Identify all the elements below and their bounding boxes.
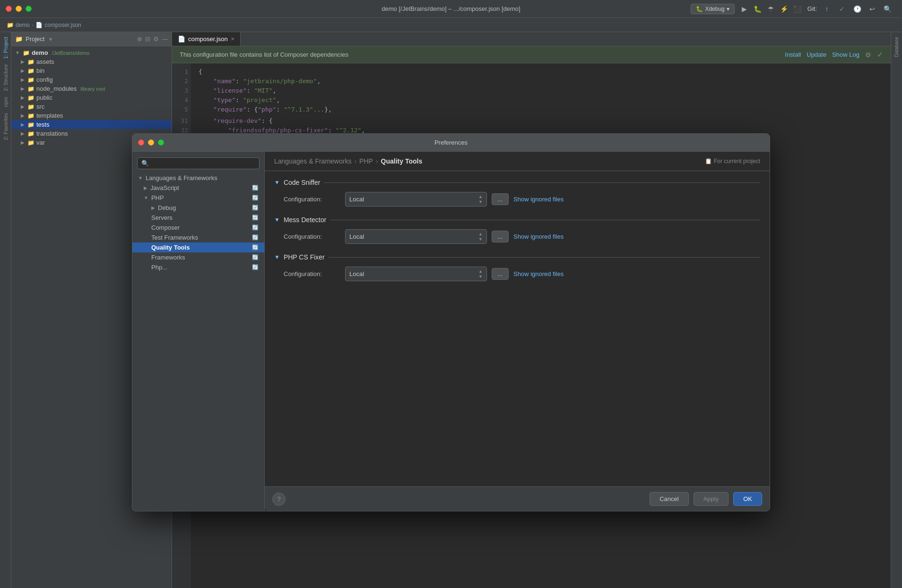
settings-icon[interactable]: ⚙ (153, 35, 159, 43)
dlg-item-label: Servers (151, 214, 173, 221)
sidebar-item-npm[interactable]: npm (2, 95, 9, 109)
breadcrumb: 📁 demo › 📄 composer.json (0, 18, 902, 32)
mess-detector-browse-button[interactable]: ... (492, 231, 509, 242)
dialog-close-button[interactable] (138, 139, 144, 146)
dlg-item-frameworks[interactable]: Frameworks 🔄 (132, 252, 264, 262)
code-sniffer-config-row: Configuration: Local ▲▼ ... Show ignored… (274, 192, 760, 207)
sync-icon: 🔄 (252, 234, 259, 241)
xdebug-button[interactable]: 🐛 Xdebug ▾ (691, 4, 734, 14)
sidebar-item-favorites[interactable]: 2: Favorites (2, 111, 9, 142)
hide-panel-icon[interactable]: — (162, 35, 168, 43)
tree-item-tests[interactable]: ▶ 📁 tests (11, 120, 172, 129)
breadcrumb-project[interactable]: 📁 demo (7, 22, 30, 28)
dlg-item-servers[interactable]: Servers 🔄 (132, 213, 264, 223)
preferences-search-input[interactable] (151, 160, 255, 167)
preferences-search[interactable]: 🔍 (137, 157, 260, 169)
tree-root[interactable]: ▼ 📁 demo /JetBrains/demo (11, 48, 172, 57)
dialog-main-content: ▼ Code Sniffer Configuration: Local ▲▼ (265, 171, 770, 486)
dlg-item-quality-tools[interactable]: Quality Tools 🔄 (132, 242, 264, 252)
dialog-min-button[interactable] (148, 139, 154, 146)
code-sniffer-toggle[interactable]: ▼ (274, 179, 280, 186)
breadcrumb-part1: Languages & Frameworks (274, 157, 351, 165)
run-file-button[interactable]: ⚡ (779, 4, 789, 14)
window-controls[interactable] (6, 6, 32, 12)
project-header-actions[interactable]: ⊕ ⊟ ⚙ — (137, 35, 168, 43)
project-title: Project (26, 35, 44, 43)
dlg-item-javascript[interactable]: ▶ JavaScript 🔄 (132, 183, 264, 193)
search-button[interactable]: 🔍 (882, 4, 893, 14)
sync-icon: 🔄 (252, 254, 259, 260)
php-cs-fixer-show-ignored-link[interactable]: Show ignored files (513, 270, 564, 277)
dialog-window-controls[interactable] (138, 139, 164, 146)
debug-button[interactable]: 🐛 (753, 4, 763, 14)
code-sniffer-show-ignored-link[interactable]: Show ignored files (513, 196, 564, 203)
breadcrumb-file[interactable]: 📄 composer.json (35, 22, 81, 28)
preferences-dialog[interactable]: Preferences 🔍 ▼ Languages & Frameworks ▶… (132, 133, 770, 511)
run-button[interactable]: ▶ (739, 4, 750, 14)
for-project-label: 📋 For current project (705, 158, 760, 164)
dlg-item-languages-frameworks[interactable]: ▼ Languages & Frameworks (132, 173, 264, 183)
git-update-button[interactable]: ↑ (822, 4, 832, 14)
dialog-max-button[interactable] (158, 139, 164, 146)
php-cs-fixer-browse-button[interactable]: ... (492, 268, 509, 280)
php-cs-fixer-config-label: Configuration: (284, 270, 340, 277)
tree-item-src[interactable]: ▶ 📁 src (11, 102, 172, 111)
sync-icon: 🔄 (252, 225, 259, 231)
breadcrumb-sep1: › (354, 157, 356, 165)
tree-item-templates[interactable]: ▶ 📁 templates (11, 111, 172, 120)
tree-item-public[interactable]: ▶ 📁 public (11, 93, 172, 102)
project-header: 📁 Project ▾ ⊕ ⊟ ⚙ — (11, 32, 172, 46)
title-bar: demo [/JetBrains/demo] – .../composer.js… (0, 0, 902, 18)
dlg-item-php[interactable]: ▼ PHP 🔄 (132, 193, 264, 203)
git-history-button[interactable]: 🕐 (852, 4, 862, 14)
tab-close-icon[interactable]: ✕ (231, 36, 234, 42)
project-scope-icon: 📋 (705, 158, 712, 164)
show-log-link[interactable]: Show Log (832, 51, 859, 58)
php-cs-fixer-toggle[interactable]: ▼ (274, 254, 280, 260)
dlg-item-debug[interactable]: ▶ Debug 🔄 (132, 203, 264, 213)
stop-button[interactable]: ⬛ (792, 4, 803, 14)
dialog-breadcrumb: Languages & Frameworks › PHP › Quality T… (274, 157, 422, 165)
dlg-item-test-frameworks[interactable]: Test Frameworks 🔄 (132, 233, 264, 242)
tree-item-assets[interactable]: ▶ 📁 assets (11, 57, 172, 66)
dlg-item-php-sub[interactable]: Php... 🔄 (132, 262, 264, 272)
tree-item-node-modules[interactable]: ▶ 📁 node_modules library root (11, 84, 172, 93)
coverage-button[interactable]: ☂ (766, 4, 776, 14)
cancel-button[interactable]: Cancel (650, 492, 688, 506)
dlg-item-composer[interactable]: Composer 🔄 (132, 223, 264, 233)
tree-item-bin[interactable]: ▶ 📁 bin (11, 66, 172, 75)
minimize-button[interactable] (16, 6, 22, 12)
help-button[interactable]: ? (272, 493, 286, 506)
mess-detector-show-ignored-link[interactable]: Show ignored files (513, 233, 564, 240)
collapse-all-icon[interactable]: ⊟ (145, 35, 150, 43)
sidebar-item-project[interactable]: 1: Project (2, 35, 9, 61)
xdebug-icon: 🐛 (696, 6, 703, 12)
install-link[interactable]: Install (785, 51, 801, 58)
update-link[interactable]: Update (807, 51, 826, 58)
code-sniffer-browse-button[interactable]: ... (492, 193, 509, 205)
dialog-content-header: Languages & Frameworks › PHP › Quality T… (265, 152, 770, 171)
php-cs-fixer-divider (329, 257, 760, 258)
tree-item-config[interactable]: ▶ 📁 config (11, 75, 172, 84)
git-commit-button[interactable]: ✓ (837, 4, 847, 14)
locate-file-icon[interactable]: ⊕ (137, 35, 142, 43)
maximize-button[interactable] (26, 6, 32, 12)
dlg-item-label: Php... (151, 264, 167, 271)
database-panel-icon[interactable]: Database (893, 35, 900, 59)
close-button[interactable] (6, 6, 12, 12)
tab-composer-json[interactable]: 📄 composer.json ✕ (172, 32, 241, 46)
mess-detector-toggle[interactable]: ▼ (274, 216, 280, 223)
ok-button[interactable]: OK (733, 492, 762, 506)
composer-settings-icon[interactable]: ⚙ (865, 51, 871, 59)
apply-button[interactable]: Apply (694, 492, 729, 506)
sync-icon: 🔄 (252, 244, 259, 251)
window-title: demo [/JetBrains/demo] – .../composer.js… (382, 5, 520, 12)
mess-detector-header: ▼ Mess Detector (274, 216, 760, 224)
mess-detector-config-select[interactable]: Local ▲▼ (345, 229, 487, 244)
select-arrow-icon: ▲▼ (478, 269, 483, 279)
sidebar-item-structure[interactable]: 2: Structure (2, 62, 9, 93)
git-undo-button[interactable]: ↩ (867, 4, 877, 14)
php-cs-fixer-config-select[interactable]: Local ▲▼ (345, 267, 487, 281)
code-sniffer-config-label: Configuration: (284, 196, 340, 203)
code-sniffer-config-select[interactable]: Local ▲▼ (345, 192, 487, 207)
